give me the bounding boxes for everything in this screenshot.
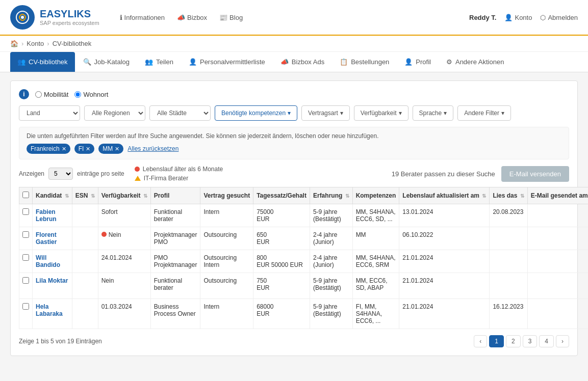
filter-tag-frankreich[interactable]: Frankreich ✕	[27, 144, 70, 154]
tab-bestellungen[interactable]: 📋 Bestellungen	[333, 52, 396, 72]
rate-cell: 800EUR 50000 EUR	[253, 250, 310, 273]
candidate-link-2[interactable]: Will Bandido	[36, 254, 60, 268]
filter-top-row: i Mobilität Wohnort	[19, 89, 569, 99]
row-checkbox-3[interactable]	[22, 277, 29, 284]
clear-all-btn[interactable]: Alles zurücksetzen	[127, 145, 178, 152]
esn-cell	[72, 299, 98, 329]
email-btn[interactable]: E-Mail versenden	[501, 166, 569, 182]
nav-bizbox[interactable]: 📣 Bizbox	[177, 14, 207, 21]
header-username: Reddy T.	[469, 14, 496, 21]
cv-updated-cell: 06.10.2022	[399, 227, 490, 250]
remove-fi-icon[interactable]: ✕	[86, 146, 90, 152]
skills-cell: MM, S4HANA, ECC6, SD, ...	[352, 204, 399, 227]
row-checkbox-2[interactable]	[22, 254, 29, 261]
row-checkbox-0[interactable]	[22, 208, 29, 215]
nav-links: ℹ Informationen 📣 Bizbox 📰 Blog	[120, 14, 469, 21]
regionen-dropdown[interactable]: Alle Regionen	[84, 105, 145, 121]
tab-andere-aktionen[interactable]: ⚙ Andere Aktionen	[439, 52, 511, 72]
tab-bar: 👥 CV-bibliothek 🔍 Job-Katalog 👥 Teilen 👤…	[0, 52, 588, 72]
pagination-area: Zeige 1 bis 5 von 19 Einträgen ‹ 1 2 3 4…	[19, 335, 569, 347]
email-sent-cell	[527, 204, 588, 227]
next-page-btn[interactable]: ›	[556, 335, 569, 347]
col-erfahrung: Erfahrung ⇅	[310, 187, 352, 204]
radio-mobilitaet[interactable]: Mobilität	[35, 91, 68, 98]
entries-select[interactable]: 5 10 25	[48, 168, 73, 180]
applied-filters-box: Die unten aufgeführten Filter werden auf…	[19, 127, 569, 159]
logo-subtitle: SAP experts ecosystem	[40, 20, 99, 26]
filter-tag-mm[interactable]: MM ✕	[98, 144, 123, 154]
profile-cell: PMO Projektmanager	[150, 250, 200, 273]
nav-informationen[interactable]: ℹ Informationen	[120, 14, 165, 21]
tab-personalvermittlerliste[interactable]: 👤 Personalvermittlerliste	[182, 52, 272, 72]
page-3-btn[interactable]: 3	[523, 335, 538, 347]
rate-cell: 68000EUR	[253, 299, 310, 329]
contract-cell: Outsourcing	[200, 273, 253, 299]
row-checkbox-4[interactable]	[22, 303, 29, 310]
col-esn: ESN ⇅	[72, 187, 98, 204]
table-header-row: Kandidat ⇅ ESN ⇅ Verfügbarkeit ⇅ Profil …	[19, 187, 589, 204]
table-row: Fabien LebrunSofortFunktional beraterInt…	[19, 204, 589, 227]
tab-bizbox-ads[interactable]: 📣 Bizbox Ads	[273, 52, 331, 72]
page-2-btn[interactable]: 2	[506, 335, 521, 347]
lies-das-cell	[490, 250, 527, 273]
tab-cv-bibliothek[interactable]: 👥 CV-bibliothek	[10, 52, 75, 72]
lies-das-cell	[490, 227, 527, 250]
breadcrumb-konto[interactable]: Konto	[27, 40, 44, 47]
esn-cell	[72, 227, 98, 250]
radio-wohnort[interactable]: Wohnort	[74, 91, 108, 98]
header-right: Reddy T. 👤 Konto ⬡ Abmelden	[469, 14, 578, 21]
candidate-link-4[interactable]: Hela Labaraka	[36, 303, 63, 317]
avail-filter-btn[interactable]: Verfügbarkeit ▾	[354, 105, 408, 121]
contract-filter-btn[interactable]: Vertragsart ▾	[301, 105, 350, 121]
candidate-link-1[interactable]: Florent Gastier	[36, 231, 57, 246]
col-cv-updated: Lebenslauf aktualisiert am ⇅	[399, 187, 490, 204]
legend: Lebenslauf älter als 6 Monate IT-Firma B…	[135, 166, 223, 182]
remove-mm-icon[interactable]: ✕	[115, 146, 119, 152]
nav-blog[interactable]: 📰 Blog	[219, 14, 243, 21]
tab-job-katalog[interactable]: 🔍 Job-Katalog	[76, 52, 137, 72]
email-sent-cell	[527, 273, 588, 299]
table-row: Will Bandido24.01.2024PMO Projektmanager…	[19, 250, 589, 273]
info-icon[interactable]: i	[19, 89, 29, 99]
skills-filter-btn[interactable]: Benötigte kompetenzen ▾	[215, 105, 297, 121]
col-rate: Tagessatz/Gehalt	[253, 187, 310, 204]
skills-cell: FI, MM, S4HANA, ECC6, ...	[352, 299, 399, 329]
breadcrumb-home[interactable]: 🏠	[10, 40, 18, 47]
search-result-count: 19 Berater passen zu dieser Suche	[392, 170, 495, 178]
esn-cell	[72, 204, 98, 227]
availability-cell: Nein	[98, 273, 150, 299]
experience-cell: 5-9 jahre(Bestätigt)	[310, 273, 352, 299]
select-all-checkbox[interactable]	[22, 192, 29, 198]
col-lies-das: Lies das ⇅	[490, 187, 527, 204]
remove-frankreich-icon[interactable]: ✕	[62, 146, 66, 152]
abmelden-link[interactable]: ⬡ Abmelden	[540, 14, 578, 21]
logo-text: EASYLIKS SAP experts ecosystem	[40, 8, 99, 26]
legend-it-firm: IT-Firma Berater	[135, 175, 223, 182]
rate-cell: 75000EUR	[253, 204, 310, 227]
cv-updated-cell: 21.01.2024	[399, 299, 490, 329]
applied-filters-text: Die unten aufgeführten Filter werden auf…	[27, 132, 561, 140]
rate-cell: 650EUR	[253, 227, 310, 250]
col-checkbox	[19, 187, 33, 204]
radio-group: Mobilität Wohnort	[35, 91, 108, 98]
staedte-dropdown[interactable]: Alle Städte	[149, 105, 211, 121]
prev-page-btn[interactable]: ‹	[474, 335, 487, 347]
content-card: i Mobilität Wohnort Land Alle Regionen A…	[10, 80, 578, 356]
filter-tag-fi[interactable]: FI ✕	[74, 144, 95, 154]
candidate-link-0[interactable]: Fabien Lebrun	[36, 208, 57, 223]
tab-teilen[interactable]: 👥 Teilen	[138, 52, 181, 72]
page-1-btn[interactable]: 1	[489, 335, 504, 347]
konto-link[interactable]: 👤 Konto	[504, 14, 532, 21]
contract-cell: Intern	[200, 299, 253, 329]
row-checkbox-1[interactable]	[22, 231, 29, 238]
tab-profil[interactable]: 👤 Profil	[397, 52, 438, 72]
land-dropdown[interactable]: Land	[19, 105, 80, 121]
lang-filter-btn[interactable]: Sprache ▾	[413, 105, 454, 121]
candidate-link-3[interactable]: Lila Moktar	[36, 277, 68, 284]
availability-cell: 24.01.2024	[98, 250, 150, 273]
table-row: Lila MoktarNeinFunktional beraterOutsour…	[19, 273, 589, 299]
other-filter-btn[interactable]: Andere Filter ▾	[457, 105, 511, 121]
table-row: Hela Labaraka01.03.2024Business Process …	[19, 299, 589, 329]
col-profil: Profil	[150, 187, 200, 204]
page-4-btn[interactable]: 4	[539, 335, 554, 347]
